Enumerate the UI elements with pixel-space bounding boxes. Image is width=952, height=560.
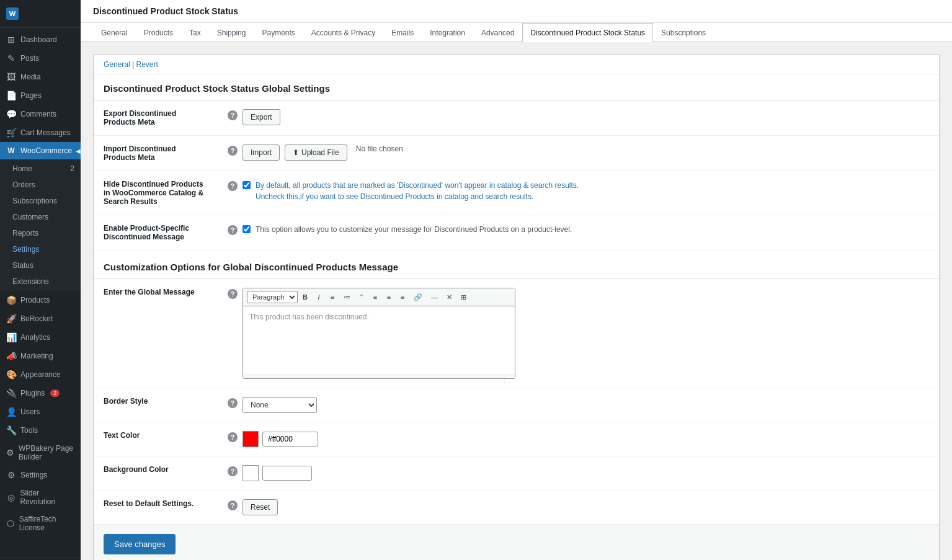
hide-help-icon[interactable]: ? [228,181,238,191]
tab-tax[interactable]: Tax [181,23,209,42]
reset-row: Reset to Default Settings. ? Reset [94,491,939,525]
sidebar-item-wpbakery[interactable]: ⚙ WPBakery Page Builder [0,440,81,466]
ol-button[interactable]: ≔ [340,291,354,303]
editor-resize-handle[interactable] [243,375,515,378]
border-style-help-icon[interactable]: ? [228,398,238,408]
subnav-customers[interactable]: Customers [0,209,81,225]
bg-color-input[interactable] [262,466,312,481]
tab-advanced[interactable]: Advanced [473,23,522,42]
border-style-select[interactable]: None Solid Dashed Dotted [242,397,317,413]
italic-button[interactable]: I [313,291,325,303]
main-content: Discontinued Product Stock Status Genera… [81,0,952,560]
home-badge: 2 [70,164,74,173]
subnav-status[interactable]: Status [0,257,81,273]
breadcrumb-revert[interactable]: Revert [136,60,158,69]
sidebar-item-comments[interactable]: 💬 Comments [0,105,81,123]
sidebar-item-tools[interactable]: 🔧 Tools [0,421,81,440]
hr-button[interactable]: — [427,291,442,303]
customization-table: Enter the Global Message ? Paragraph Hea… [94,279,939,525]
global-message-label: Enter the Global Message [94,279,218,388]
subnav-orders[interactable]: Orders [0,177,81,193]
subnav-settings[interactable]: Settings [0,241,81,257]
editor-body[interactable]: This product has been discontinued. [243,306,515,375]
import-help-icon[interactable]: ? [228,146,238,156]
text-color-input[interactable]: #ff0000 [262,432,318,447]
sidebar-item-settings[interactable]: ⚙ Settings [0,466,81,484]
analytics-icon: 📊 [6,332,16,342]
subnav-extensions[interactable]: Extensions [0,273,81,290]
collapse-menu[interactable]: ◀ Collapse menu [0,558,81,560]
sidebar-item-users[interactable]: 👤 Users [0,402,81,421]
breadcrumb-general[interactable]: General [104,60,130,69]
import-button[interactable]: Import [242,144,280,161]
sidebar-item-plugins[interactable]: 🔌 Plugins 2 [0,384,81,402]
clear-button[interactable]: ✕ [443,291,456,303]
sidebar-item-marketing[interactable]: 📣 Marketing [0,347,81,365]
sidebar-item-label: Users [20,407,40,416]
global-message-help-icon[interactable]: ? [228,289,238,299]
dashboard-icon: ⊞ [6,35,16,45]
enable-specific-desc: This option allows you to customize your… [256,224,572,235]
export-help-icon[interactable]: ? [228,110,238,120]
sidebar-item-products[interactable]: 📦 Products [0,291,81,309]
sidebar-item-cart-messages[interactable]: 🛒 Cart Messages [0,123,81,142]
text-color-label: Text Color [94,422,218,456]
enable-specific-label: Enable Product-Specific Discontinued Mes… [94,215,218,251]
hide-checkbox[interactable] [242,181,251,189]
tab-accounts-privacy[interactable]: Accounts & Privacy [303,23,383,42]
sidebar-item-label: SaffireTech License [19,515,74,532]
sidebar-item-saffiretech[interactable]: ⬡ SaffireTech License [0,510,81,536]
tab-emails[interactable]: Emails [383,23,422,42]
woo-subnav: Home 2 Orders Subscriptions Customers Re… [0,159,81,291]
link-button[interactable]: 🔗 [410,291,426,303]
sidebar-item-pages[interactable]: 📄 Pages [0,86,81,105]
sidebar-item-label: Appearance [20,370,61,379]
upload-file-button[interactable]: ⬆ Upload File [285,144,347,161]
sidebar-item-appearance[interactable]: 🎨 Appearance [0,365,81,384]
reset-button[interactable]: Reset [242,499,278,515]
enable-specific-help-icon[interactable]: ? [228,225,238,235]
sidebar-item-label: Dashboard [20,35,57,44]
blockquote-button[interactable]: " [355,291,368,303]
sidebar-item-media[interactable]: 🖼 Media [0,68,81,86]
tab-general[interactable]: General [93,23,136,42]
sidebar-item-posts[interactable]: ✎ Posts [0,49,81,68]
text-color-help-icon[interactable]: ? [228,432,238,442]
tab-payments[interactable]: Payments [254,23,303,42]
bg-color-swatch[interactable] [242,465,259,481]
align-right-button[interactable]: ≡ [396,291,409,303]
tab-subscriptions[interactable]: Subscriptions [653,23,714,42]
paragraph-style-select[interactable]: Paragraph Heading 1 Heading 2 [247,291,298,303]
bold-button[interactable]: B [299,291,311,303]
ul-button[interactable]: ≡ [326,291,339,303]
tab-integration[interactable]: Integration [422,23,473,42]
tab-shipping[interactable]: Shipping [209,23,254,42]
table-button[interactable]: ⊞ [457,291,470,303]
editor-toolbar: Paragraph Heading 1 Heading 2 B I ≡ ≔ [243,288,515,306]
sidebar-item-woocommerce[interactable]: W WooCommerce [0,142,81,159]
export-button[interactable]: Export [242,109,280,125]
sidebar-item-slider-revolution[interactable]: ◎ Slider Revolution [0,484,81,510]
settings-icon: ⚙ [6,470,16,480]
subnav-home[interactable]: Home 2 [0,161,81,177]
align-center-button[interactable]: ≡ [383,291,395,303]
subnav-subscriptions[interactable]: Subscriptions [0,193,81,209]
reset-help-icon[interactable]: ? [228,500,238,510]
save-changes-button[interactable]: Save changes [104,534,176,554]
tab-products[interactable]: Products [136,23,181,42]
tab-bar: General Products Tax Shipping Payments A… [81,23,952,42]
subnav-reports[interactable]: Reports [0,225,81,241]
sidebar-item-label: BeRocket [20,314,53,323]
sidebar-item-dashboard[interactable]: ⊞ Dashboard [0,30,81,49]
sidebar-item-berocket[interactable]: 🚀 BeRocket [0,309,81,328]
sidebar-item-analytics[interactable]: 📊 Analytics [0,328,81,347]
saffiretech-icon: ⬡ [6,518,15,528]
slider-icon: ◎ [6,492,16,502]
bg-color-help-icon[interactable]: ? [228,466,238,476]
tab-discontinued[interactable]: Discontinued Product Stock Status [522,23,653,42]
text-color-row: Text Color ? #ff0000 [94,422,939,456]
text-color-swatch[interactable] [242,431,259,447]
sidebar-item-label: Comments [20,110,56,118]
align-left-button[interactable]: ≡ [369,291,381,303]
enable-specific-checkbox[interactable] [242,225,251,233]
